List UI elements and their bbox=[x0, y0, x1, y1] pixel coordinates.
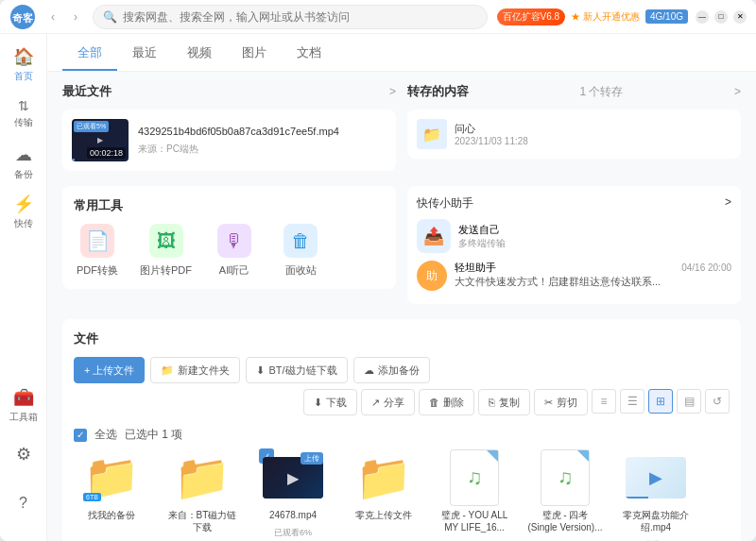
select-all-label: 全选 bbox=[94, 427, 117, 443]
quick-send-label: 发送自己 bbox=[458, 223, 506, 237]
back-button[interactable]: ‹ bbox=[43, 8, 62, 26]
recent-more[interactable]: > bbox=[389, 85, 396, 98]
selected-count: 已选中 1 项 bbox=[125, 427, 182, 443]
detail-view-button[interactable]: ▤ bbox=[677, 389, 701, 414]
quick-icon: ⚡ bbox=[13, 194, 34, 214]
sidebar-item-home[interactable]: 🏠 首页 bbox=[3, 42, 44, 87]
tool-ai[interactable]: 🎙 AI听己 bbox=[211, 224, 258, 278]
backup-icon: ☁ bbox=[15, 144, 32, 165]
tab-all[interactable]: 全部 bbox=[62, 37, 117, 71]
transfer-card[interactable]: 📁 问心 2023/11/03 11:28 bbox=[407, 110, 741, 159]
tool-trash[interactable]: 🗑 面收站 bbox=[277, 224, 324, 278]
assistant-avatar: 助 bbox=[417, 261, 447, 291]
share-button[interactable]: ↗ 分享 bbox=[361, 389, 415, 415]
help-icon: ? bbox=[19, 495, 27, 512]
transfer-count: 1 个转存 bbox=[579, 84, 623, 100]
file-item-video[interactable]: ✓ ▶ 上传 24678.mp4 已观看6% bbox=[255, 452, 331, 541]
play-icon: ▶ bbox=[649, 467, 662, 488]
sidebar-label-backup: 备份 bbox=[14, 168, 33, 181]
bt-folder-name: 来自：BT磁力链下载 bbox=[164, 509, 240, 533]
tools-icon: 🧰 bbox=[13, 387, 34, 408]
music1-corner bbox=[487, 450, 498, 462]
minimize-button[interactable]: — bbox=[696, 10, 709, 24]
backup-folder-icon: 📁 6TB bbox=[81, 452, 142, 503]
assistant-message: 大文件快速发方式！启建群组达意传达联系... bbox=[455, 275, 731, 289]
cut-button[interactable]: ✂ 剪切 bbox=[534, 389, 588, 415]
files-section: 文件 + 上传文件 📁 新建文件夹 ⬇ BT/磁力链下载 bbox=[62, 319, 741, 541]
sidebar-item-settings[interactable]: ⚙ bbox=[3, 431, 44, 477]
bt-download-button[interactable]: ⬇ BT/磁力链下载 bbox=[246, 357, 347, 383]
video-icon-wrap: ✓ ▶ 上传 bbox=[263, 452, 323, 503]
file-info: 4329251b4bd6f05b0a87ca3d91c7ee5f.mp4 来源：… bbox=[138, 125, 387, 155]
sidebar-item-transfer[interactable]: ⇅ 传输 bbox=[3, 91, 44, 136]
select-all-checkbox[interactable]: ✓ bbox=[74, 429, 87, 442]
promo-badge[interactable]: 百亿扩容V6.8 bbox=[497, 8, 566, 25]
cut-icon: ✂ bbox=[544, 397, 553, 409]
file-item-intro-video[interactable]: ▶ 零克网盘功能介绍.mp4 已观看38% bbox=[618, 452, 694, 541]
assistant-header: 轻坦助手 04/16 20:00 bbox=[455, 261, 731, 275]
img2pdf-label: 图片转PDF bbox=[140, 263, 192, 278]
recent-title: 最近文件 bbox=[62, 83, 112, 100]
settings-icon: ⚙ bbox=[16, 444, 31, 465]
bt-folder-icon-inner: 📁 bbox=[174, 451, 231, 504]
scroll-content: 最近文件 > ▶ 00:02:18 已观看5% bbox=[47, 72, 756, 541]
file-grid: 📁 6TB 找我的备份 📁 来自：BT磁力链下载 bbox=[74, 452, 730, 541]
title-right: 百亿扩容V6.8 ★ 新人开通优惠 4G/10G bbox=[497, 8, 688, 25]
recent-header: 最近文件 > bbox=[62, 83, 396, 100]
new-folder-button[interactable]: 📁 新建文件夹 bbox=[150, 357, 240, 383]
file-item-bt[interactable]: 📁 来自：BT磁力链下载 bbox=[164, 452, 240, 541]
tab-image[interactable]: 图片 bbox=[227, 37, 282, 71]
files-toolbar: + 上传文件 📁 新建文件夹 ⬇ BT/磁力链下载 ☁ 添加备份 bbox=[74, 357, 730, 415]
recent-file-card[interactable]: ▶ 00:02:18 已观看5% 4329251b4bd6f05b0a87ca3… bbox=[62, 110, 396, 171]
quick-helper-section: 快传小助手 > 📤 发送自己 多终端传输 助 bbox=[407, 186, 741, 304]
close-button[interactable]: ✕ bbox=[733, 10, 747, 24]
sidebar-item-backup[interactable]: ☁ 备份 bbox=[3, 140, 44, 185]
tools-title: 常用工具 bbox=[74, 197, 385, 214]
sidebar-item-help[interactable]: ? bbox=[3, 481, 44, 526]
sort-button[interactable]: ≡ bbox=[592, 389, 616, 414]
quick-more[interactable]: > bbox=[725, 195, 731, 211]
quick-send-sub: 多终端传输 bbox=[458, 237, 506, 250]
tab-doc[interactable]: 文档 bbox=[282, 37, 336, 71]
file-item-music2[interactable]: ♫ 璧虎 - 四考 (Single Version)... bbox=[527, 452, 603, 541]
share-label: 分享 bbox=[384, 396, 404, 410]
refresh-button[interactable]: ↺ bbox=[705, 389, 730, 414]
bt-label: BT/磁力链下载 bbox=[268, 363, 336, 378]
file-item-zero-upload[interactable]: 📁 零克上传文件 bbox=[346, 452, 421, 541]
transfer-file-name: 问心 bbox=[455, 122, 731, 136]
upload-button[interactable]: + 上传文件 bbox=[74, 357, 145, 383]
pdf-icon-inner: 📄 bbox=[86, 229, 110, 252]
zero-upload-icon: 📁 bbox=[353, 452, 414, 503]
transfer-more[interactable]: > bbox=[734, 85, 741, 98]
download-button[interactable]: ⬇ 下载 bbox=[303, 389, 357, 415]
forward-button[interactable]: › bbox=[66, 8, 85, 26]
copy-button[interactable]: ⎘ 复制 bbox=[478, 389, 530, 415]
dl-icon: ⬇ bbox=[314, 397, 322, 409]
file-duration: 00:02:18 bbox=[87, 147, 126, 159]
sidebar-label-home: 首页 bbox=[14, 70, 33, 83]
tool-pdf[interactable]: 📄 PDF转换 bbox=[74, 224, 121, 278]
sidebar-item-tools[interactable]: 🧰 工具箱 bbox=[3, 382, 44, 428]
file-item-music1[interactable]: ♫ 璧虎 - YOU ALL MY LIFE_16... bbox=[437, 452, 512, 541]
maximize-button[interactable]: □ bbox=[714, 10, 728, 24]
delete-icon: 🗑 bbox=[429, 397, 439, 408]
upload-badge: 上传 bbox=[301, 452, 323, 465]
sidebar-item-quick[interactable]: ⚡ 快传 bbox=[3, 189, 44, 234]
ai-icon: 🎙 bbox=[217, 224, 251, 258]
list-view-button[interactable]: ☰ bbox=[620, 389, 644, 414]
tool-img2pdf[interactable]: 🖼 图片转PDF bbox=[140, 224, 192, 278]
sidebar-label-quick: 快传 bbox=[14, 217, 33, 230]
grid-view-button[interactable]: ⊞ bbox=[648, 389, 673, 414]
tab-bar: 全部 最近 视频 图片 文档 bbox=[47, 34, 756, 72]
tab-recent[interactable]: 最近 bbox=[117, 37, 172, 71]
copy-label: 复制 bbox=[499, 396, 520, 410]
tools-grid: 📄 PDF转换 🖼 图片转PDF bbox=[74, 224, 385, 278]
video-sub: 已观看6% bbox=[274, 527, 312, 539]
file-item-backup[interactable]: 📁 6TB 找我的备份 bbox=[74, 452, 149, 541]
add-backup-button[interactable]: ☁ 添加备份 bbox=[353, 357, 430, 383]
delete-button[interactable]: 🗑 删除 bbox=[419, 389, 474, 415]
sidebar-label-transfer: 传输 bbox=[14, 116, 33, 129]
search-bar[interactable]: 🔍 bbox=[93, 5, 488, 29]
tab-video[interactable]: 视频 bbox=[172, 37, 227, 71]
search-input[interactable] bbox=[123, 10, 477, 24]
